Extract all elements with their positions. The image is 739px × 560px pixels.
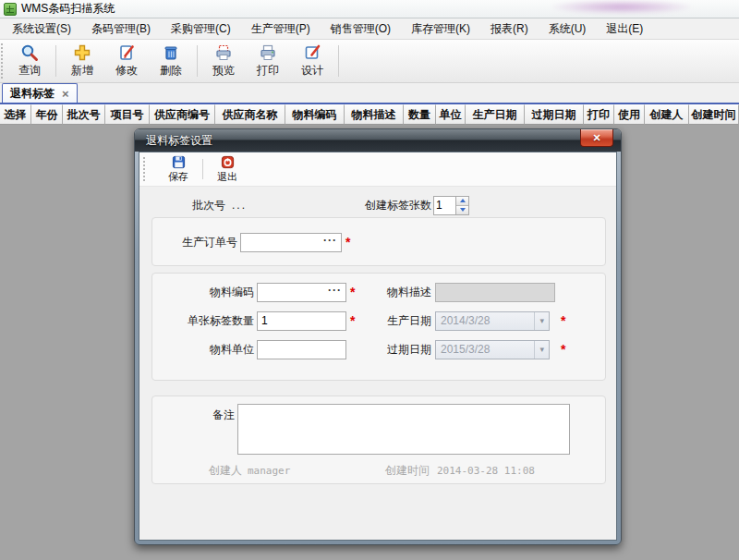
production-order-group: 生产订单号 ··· * [151,217,606,266]
column-print[interactable]: 打印 [584,104,614,125]
per-label-qty-label: 单张标签数量 [152,313,254,329]
material-code-input[interactable] [258,285,326,300]
production-order-lookup: ··· [240,233,342,252]
toolbar-preview-label: 预览 [212,63,235,79]
toolbar-edit-label: 修改 [115,63,138,79]
created-time-value: 2014-03-28 11:08 [437,465,535,477]
production-date-combo: 2014/3/28 ▾ [435,311,550,331]
production-date-value: 2014/3/28 [441,314,490,327]
created-time-label: 创建时间 [385,463,430,479]
column-select[interactable]: 选择 [0,104,31,125]
dialog-toolbar: 保存 退出 [139,152,616,187]
tab-strip: 退料标签 × [0,83,739,104]
toolbar-design-button[interactable]: 设计 [290,40,334,82]
toolbar-separator [197,45,198,77]
dialog-toolbar-separator [202,159,203,179]
menu-inventory-mgmt[interactable]: 库存管理(K) [401,18,480,40]
toolbar-delete-button[interactable]: 删除 [149,40,193,82]
toolbar-preview-button[interactable]: 预览 [201,40,246,82]
column-supplier-code[interactable]: 供应商编号 [150,104,215,125]
batch-row: 批次号 ... 创建标签张数 [139,195,616,215]
dialog-titlebar[interactable]: 退料标签设置 ✕ [135,129,621,152]
menu-bar: 系统设置(S) 条码管理(B) 采购管理(C) 生产管理(P) 销售管理(O) … [0,18,739,40]
material-unit-row: 物料单位 过期日期 2015/3/28 ▾ * [152,339,605,359]
lookup-ellipsis-button[interactable]: ··· [321,234,341,250]
column-project-no[interactable]: 项目号 [105,104,150,125]
label-count-label: 创建标签张数 [306,198,431,213]
toolbar-delete-label: 删除 [160,63,182,79]
tab-return-material-label[interactable]: 退料标签 × [2,83,78,103]
remarks-label: 备注 [152,404,235,423]
remarks-group: 备注 创建人 manager 创建时间 2014-03-28 11:08 [151,396,606,484]
label-count-input[interactable] [433,196,455,215]
expiry-date-label: 过期日期 [374,342,431,358]
label-count-stepper [433,196,469,215]
exit-button[interactable]: 退出 [207,152,248,186]
column-year[interactable]: 年份 [31,104,63,125]
main-toolbar: 查询 新增 修改 删除 预览 [0,40,739,83]
production-date-label: 生产日期 [374,313,431,329]
creator-row: 创建人 manager 创建时间 2014-03-28 11:08 [152,462,605,479]
material-unit-input[interactable] [257,340,346,359]
menu-purchase-mgmt[interactable]: 采购管理(C) [161,18,241,40]
production-order-input[interactable] [241,235,321,250]
column-supplier-name[interactable]: 供应商名称 [215,104,285,125]
toolbar-edit-button[interactable]: 修改 [104,40,149,82]
menu-barcode-mgmt[interactable]: 条码管理(B) [81,18,161,40]
menu-reports[interactable]: 报表(R) [480,18,539,40]
toolbar-add-label: 新增 [71,63,93,79]
menu-system-settings[interactable]: 系统设置(S) [2,18,81,40]
material-desc-field [435,283,555,302]
chevron-down-icon[interactable]: ▾ [534,312,549,330]
material-unit-label: 物料单位 [152,342,254,358]
spin-up-button[interactable] [456,197,468,205]
menu-system[interactable]: 系统(U) [539,18,597,40]
column-use[interactable]: 使用 [614,104,645,125]
chevron-down-icon[interactable]: ▾ [534,341,549,359]
app-icon [4,3,17,16]
return-label-settings-dialog: 退料标签设置 ✕ 保存 [134,128,622,545]
toolbar-query-label: 查询 [18,63,41,79]
toolbar-print-button[interactable]: 打印 [246,40,290,82]
batch-no-value: ... [232,199,247,212]
column-material-code[interactable]: 物料编码 [285,104,345,125]
lookup-ellipsis-button[interactable]: ··· [326,284,345,300]
column-qty[interactable]: 数量 [404,104,436,125]
column-unit[interactable]: 单位 [436,104,466,125]
design-icon [303,43,321,62]
printer-icon [259,43,277,62]
save-label: 保存 [168,170,188,184]
preview-icon [214,43,233,62]
toolbar-separator [338,45,339,77]
material-group: 物料编码 ··· * 物料描述 单张标签数量 * 生产日期 2 [151,273,606,381]
material-desc-label: 物料描述 [374,285,431,300]
dialog-close-button[interactable]: ✕ [580,129,613,147]
remarks-textarea[interactable] [237,404,570,455]
tab-close-icon[interactable]: × [62,88,69,100]
column-production-date[interactable]: 生产日期 [466,104,525,125]
column-batch-no[interactable]: 批次号 [63,104,105,125]
column-expiry-date[interactable]: 过期日期 [525,104,584,125]
spin-down-button[interactable] [456,205,468,214]
menu-exit[interactable]: 退出(E) [596,18,653,40]
batch-no-label: 批次号 [139,198,225,213]
trash-icon [162,43,180,62]
material-code-label: 物料编码 [152,285,254,300]
column-creator[interactable]: 创建人 [645,104,689,125]
column-create-time[interactable]: 创建时间 [689,104,739,125]
menu-sales-mgmt[interactable]: 销售管理(O) [321,18,401,40]
arrow-down-icon [460,208,466,212]
toolbar-query-button[interactable]: 查询 [7,40,52,82]
menu-production-mgmt[interactable]: 生产管理(P) [241,18,321,40]
required-marker: * [350,285,355,299]
window-titlebar: WMS条码扫描系统 [0,0,739,18]
per-label-qty-input[interactable] [257,311,346,331]
required-marker: * [345,235,350,250]
creator-value: manager [248,465,290,477]
dialog-body: 保存 退出 批次号 ... 创建标签张数 [139,152,617,541]
column-material-desc[interactable]: 物料描述 [345,104,404,125]
toolbar-add-button[interactable]: 新增 [60,40,104,82]
required-marker: * [350,313,355,328]
remarks-row: 备注 [152,404,605,455]
save-button[interactable]: 保存 [158,152,199,186]
